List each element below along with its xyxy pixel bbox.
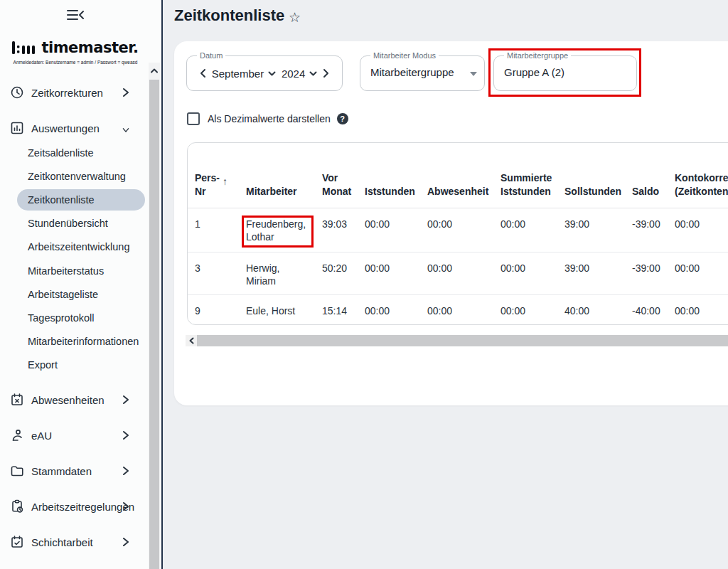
sidebar-item-label: Auswertungen [31, 122, 100, 134]
sidebar-item-label: Stammdaten [31, 465, 92, 477]
dropdown-caret-icon [470, 72, 477, 76]
calendar-x-icon [10, 393, 24, 407]
sidebar-subitem-zeitkontenverwaltung[interactable]: Zeitkontenverwaltung [28, 165, 126, 188]
folder-icon [10, 464, 24, 478]
cell-mitarbeiter: Herwig, Miriam [246, 252, 322, 294]
sidebar-subitem-arbeitstageliste[interactable]: Arbeitstageliste [28, 283, 98, 306]
bar-chart-icon [10, 121, 24, 135]
sidebar-item-auswertungen[interactable]: Auswertungen [0, 117, 149, 139]
timemaster-logo-icon [12, 40, 36, 55]
sidebar-subitem-tagesprotokoll[interactable]: Tagesprotokoll [28, 307, 95, 329]
month-select-value: September [212, 68, 264, 80]
decimal-checkbox[interactable] [187, 112, 200, 125]
year-select-value: 2024 [282, 68, 305, 80]
column-header-mitarbeiter[interactable]: Mitarbeiter [246, 185, 322, 208]
cell-abwesenheit: 00:00 [427, 208, 500, 252]
subitem-label: Zeitkontenliste [28, 194, 95, 206]
chevron-up-icon [151, 68, 158, 73]
cell-mitarbeiter: Eule, Horst [246, 295, 322, 325]
chevron-down-icon [309, 71, 317, 76]
subitem-label: Tagesprotokoll [28, 312, 95, 324]
employee-mode-value: Mitarbeitergruppe [370, 66, 454, 78]
clipboard-clock-icon [10, 499, 24, 514]
sidebar-item-label: Abwesenheiten [31, 394, 105, 406]
sidebar-item-label: Arbeitszeitregelungen [31, 501, 134, 513]
subitem-label: Arbeitstageliste [28, 289, 98, 300]
hamburger-collapse-icon [65, 8, 85, 22]
sidebar-subitem-mitarbeiterinformationen[interactable]: Mitarbeiterinformationen [28, 330, 139, 353]
sidebar-subitem-zeitsaldenliste[interactable]: Zeitsaldenliste [28, 142, 94, 164]
chevron-right-icon [122, 395, 129, 405]
cell-summierte: 00:00 [500, 295, 564, 325]
sidebar-subitem-mitarbeiterstatus[interactable]: Mitarbeiterstatus [28, 260, 104, 282]
subitem-label: Mitarbeiterinformationen [28, 336, 139, 347]
help-icon[interactable]: ? [337, 113, 348, 124]
decimal-option-row: Als Dezimalwerte darstellen ? [187, 112, 348, 125]
column-header-iststunden[interactable]: Iststunden [365, 185, 427, 208]
column-header-kontokorrektur[interactable]: Kontokorrektur (Zeitkontenverwaltung) [675, 171, 728, 208]
time-accounts-table: Pers- Nr Mitarbeiter Vor Monat Iststunde… [187, 142, 728, 325]
sidebar-scrollbar[interactable] [149, 63, 160, 569]
favorite-star-icon[interactable]: ☆ [289, 9, 301, 26]
cell-vormonat: 50:20 [322, 252, 365, 294]
sidebar-subitem-zeitkontenliste-selected[interactable]: Zeitkontenliste [17, 189, 145, 211]
employee-group-select[interactable]: Mitarbeitergruppe Gruppe A (2) [493, 55, 637, 91]
cell-kontokorrektur: 00:00 [675, 208, 728, 252]
date-filter: Datum September 2024 [186, 55, 343, 91]
sort-ascending-icon[interactable]: ↑ [223, 176, 228, 187]
subitem-label: Zeitsaldenliste [28, 147, 94, 159]
column-header-persnr[interactable]: Pers- Nr [195, 171, 246, 208]
date-filter-label: Datum [197, 51, 225, 60]
scrollbar-thumb[interactable] [197, 335, 728, 346]
sidebar-subitem-export[interactable]: Export [28, 353, 58, 376]
subitem-label: Stundenübersicht [28, 218, 108, 229]
content-card: Datum September 2024 Mitarbeiter Modus M… [174, 41, 728, 405]
scrollbar-thumb[interactable] [149, 80, 159, 569]
sidebar-item-stammdaten[interactable]: Stammdaten [0, 460, 149, 482]
cell-abwesenheit: 00:00 [427, 252, 500, 294]
cell-kontokorrektur: 00:00 [675, 295, 728, 325]
chevron-down-icon [268, 71, 276, 76]
brand-logo: timemaster. [0, 39, 151, 56]
cell-summierte: 00:00 [500, 252, 564, 294]
cell-saldo: -39:00 [632, 252, 675, 294]
cell-vormonat: 15:14 [322, 295, 365, 325]
column-header-abwesenheit[interactable]: Abwesenheit [427, 185, 500, 208]
sidebar-item-abwesenheiten[interactable]: Abwesenheiten [0, 389, 149, 410]
sidebar-collapse-icon[interactable] [65, 8, 85, 22]
sidebar-item-eau[interactable]: eAU [0, 425, 149, 446]
column-header-summierte-iststunden[interactable]: Summierte Iststunden [500, 171, 564, 208]
sidebar-item-zeitkorrekturen[interactable]: Zeitkorrekturen [0, 82, 149, 103]
page-title: Zeitkontenliste [174, 6, 284, 25]
cell-persnr: 3 [195, 252, 246, 294]
column-header-vormonat[interactable]: Vor Monat [322, 171, 365, 208]
chevron-right-icon [122, 501, 129, 511]
cell-saldo: -40:00 [632, 295, 675, 325]
sidebar-item-schichtarbeit[interactable]: Schichtarbeit [0, 531, 149, 553]
sidebar-item-label: Zeitkorrekturen [31, 87, 103, 99]
scroll-left-button[interactable] [186, 335, 197, 346]
sidebar: timemaster. Anmeldedaten: Benutzername =… [0, 0, 163, 569]
scroll-up-button[interactable] [149, 65, 160, 75]
sidebar-item-arbeitszeitregelungen[interactable]: Arbeitszeitregelungen [0, 496, 149, 517]
column-header-sollstunden[interactable]: Sollstunden [564, 185, 632, 208]
sidebar-subitem-arbeitszeitentwicklung[interactable]: Arbeitszeitentwicklung [28, 235, 129, 258]
table-horizontal-scrollbar[interactable] [186, 335, 728, 346]
year-select[interactable]: 2024 [282, 68, 317, 80]
employee-group-label: Mitarbeitergruppe [504, 51, 571, 60]
cell-vormonat: 39:03 [322, 208, 365, 252]
cell-iststunden: 00:00 [365, 295, 427, 325]
sidebar-subitem-stundenuebersicht[interactable]: Stundenübersicht [28, 212, 108, 235]
cell-persnr: 1 [195, 208, 246, 252]
app-root: timemaster. Anmeldedaten: Benutzername =… [0, 0, 728, 569]
month-select[interactable]: September [212, 68, 276, 80]
cell-kontokorrektur: 00:00 [675, 252, 728, 294]
column-header-saldo[interactable]: Saldo [632, 185, 675, 208]
subitem-label: Export [28, 359, 58, 371]
login-credentials-note: Anmeldedaten: Benutzername = admin / Pas… [0, 60, 151, 65]
next-month-button[interactable] [323, 68, 329, 78]
table-row: 3 Herwig, Miriam 50:20 00:00 00:00 00:00… [188, 252, 728, 295]
employee-mode-select[interactable]: Mitarbeiter Modus Mitarbeitergruppe [360, 55, 485, 91]
subitem-label: Mitarbeiterstatus [28, 265, 104, 277]
prev-month-button[interactable] [200, 68, 206, 78]
